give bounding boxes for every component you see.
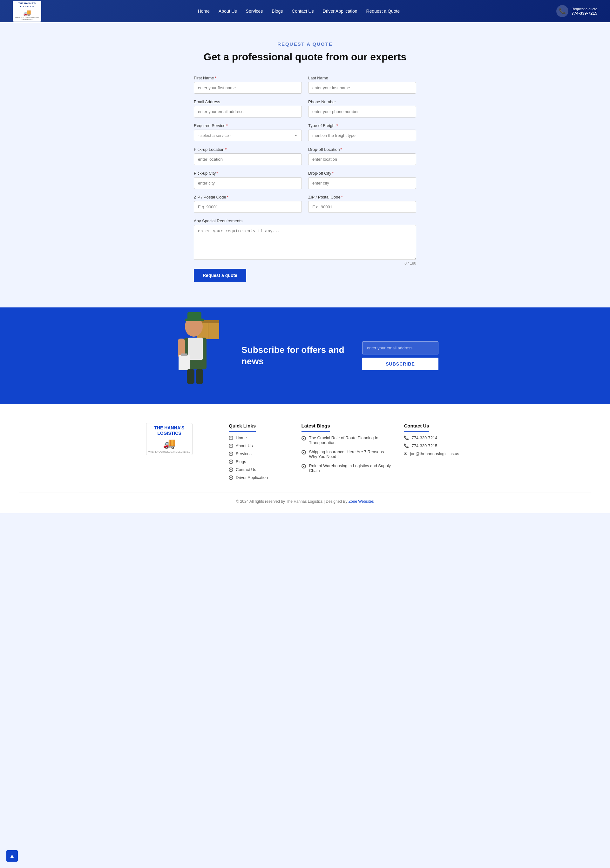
footer-blog-item-1[interactable]: ● Shipping Insurance: Here Are 7 Reasons…	[301, 450, 391, 459]
right-leg	[196, 369, 203, 384]
nav-request-quote[interactable]: Request a Quote	[366, 9, 400, 14]
nav-home[interactable]: Home	[198, 9, 210, 14]
pickup-city-group: Pick-up City*	[194, 171, 302, 189]
subscribe-title: Subscribe for offers and news	[241, 344, 349, 367]
service-label: Required Service*	[194, 123, 302, 128]
first-name-label: First Name*	[194, 76, 302, 81]
subscribe-email-input[interactable]	[362, 341, 438, 355]
dropoff-location-label: Drop-off Location*	[308, 147, 416, 152]
footer-link-home-anchor[interactable]: Home	[236, 436, 247, 440]
blog-bullet-icon: ●	[301, 450, 306, 454]
pickup-location-group: Pick-up Location*	[194, 147, 302, 165]
footer-contact-phone1: 📞 774-339-7214	[404, 436, 464, 440]
service-group: Required Service* - select a service - F…	[194, 123, 302, 141]
navbar-phone: 📞 Request a quote 774-339-7215	[556, 5, 597, 17]
form-row-names: First Name* Last Name	[194, 76, 416, 94]
clipboard	[178, 355, 190, 370]
section-title: Get a professional quote from our expert…	[6, 51, 604, 63]
first-name-group: First Name*	[194, 76, 302, 94]
footer-link-contact[interactable]: ● Contact Us	[229, 467, 289, 472]
footer-blogs-title: Latest Blogs	[301, 423, 330, 432]
phone-label: Phone Number	[308, 99, 416, 104]
footer-contact-column: Contact Us 📞 774-339-7214 📞 774-339-7215…	[404, 423, 464, 480]
footer-link-blogs[interactable]: ● Blogs	[229, 459, 289, 464]
footer-link-contact-anchor[interactable]: Contact Us	[236, 467, 256, 472]
footer-logo-name2: LOGISTICS	[157, 431, 181, 436]
freight-label: Type of Freight*	[308, 123, 416, 128]
footer-link-home[interactable]: ● Home	[229, 436, 289, 440]
footer-link-about[interactable]: ● About Us	[229, 443, 289, 448]
bullet-icon: ●	[229, 468, 233, 472]
footer-blog-item-2[interactable]: ● Role of Warehousing in Logistics and S…	[301, 463, 391, 473]
footer-quick-links-title: Quick Links	[229, 423, 256, 432]
footer-bottom: © 2024 All rights reserved by The Hannas…	[19, 493, 591, 504]
last-name-input[interactable]	[308, 82, 416, 94]
footer-phone2-text: 774-339-7215	[411, 443, 437, 448]
main-content: REQUEST A QUOTE Get a professional quote…	[0, 22, 610, 307]
bullet-icon: ●	[229, 436, 233, 440]
dropoff-city-input[interactable]	[308, 177, 416, 189]
truck-icon: 🚚	[23, 9, 31, 17]
footer-link-services[interactable]: ● Services	[229, 451, 289, 456]
phone-group: Phone Number	[308, 99, 416, 118]
left-leg	[187, 369, 194, 384]
email-group: Email Address	[194, 99, 302, 118]
subscribe-button[interactable]: SUBSCRIBE	[362, 358, 438, 370]
freight-input[interactable]	[308, 130, 416, 141]
email-label: Email Address	[194, 99, 302, 104]
bullet-icon: ●	[229, 452, 233, 456]
footer-link-about-anchor[interactable]: About Us	[236, 443, 253, 448]
shirt	[188, 338, 203, 360]
pickup-zip-input[interactable]	[194, 201, 302, 213]
bullet-icon: ●	[229, 476, 233, 480]
requirements-label: Any Special Requirements	[194, 219, 416, 223]
submit-button[interactable]: Request a quote	[194, 269, 246, 282]
clipboard-clip	[181, 353, 188, 356]
dropoff-location-input[interactable]	[308, 153, 416, 165]
phone-icon-1: 📞	[404, 436, 409, 440]
quote-form: First Name* Last Name Email Address Phon…	[194, 76, 416, 282]
phone-input[interactable]	[308, 106, 416, 118]
footer-logo-column: THE HANNA'S LOGISTICS 🚚 WHERE YOUR NEEDS…	[146, 423, 216, 480]
footer-contact-email: ✉ joe@thehannaslogistics.us	[404, 451, 464, 456]
footer-link-driver-anchor[interactable]: Driver Application	[236, 475, 268, 480]
nav-driver[interactable]: Driver Application	[323, 9, 357, 14]
logo-box: THE HANNA'S LOGISTICS 🚚 WHERE YOUR NEEDS…	[13, 1, 41, 21]
footer-link-blogs-anchor[interactable]: Blogs	[236, 459, 246, 464]
phone-label: Request a quote	[571, 7, 597, 11]
navbar: THE HANNA'S LOGISTICS 🚚 WHERE YOUR NEEDS…	[0, 0, 610, 22]
email-input[interactable]	[194, 106, 302, 118]
requirements-textarea[interactable]	[194, 225, 416, 260]
nav-services[interactable]: Services	[246, 9, 263, 14]
footer-quick-links-list: ● Home ● About Us ● Services ● Blogs ●	[229, 436, 289, 480]
delivery-person-illustration	[172, 307, 229, 385]
pickup-location-input[interactable]	[194, 153, 302, 165]
logo-tagline: WHERE YOUR NEEDS ARE DELIVERED	[15, 17, 39, 20]
footer-contact-title: Contact Us	[404, 423, 429, 432]
hat-top	[188, 312, 202, 320]
designer-link[interactable]: Zone Websites	[349, 499, 374, 504]
dropoff-zip-label: ZIP / Postal Code*	[308, 195, 416, 200]
bullet-icon: ●	[229, 460, 233, 464]
nav-about[interactable]: About Us	[219, 9, 237, 14]
freight-group: Type of Freight*	[308, 123, 416, 141]
nav-contact[interactable]: Contact Us	[292, 9, 314, 14]
footer-email-text: joe@thehannaslogistics.us	[410, 451, 459, 456]
pickup-zip-group: ZIP / Postal Code*	[194, 195, 302, 213]
dropoff-zip-input[interactable]	[308, 201, 416, 213]
copyright-text: © 2024 All rights reserved by The Hannas…	[236, 499, 347, 504]
footer-link-driver[interactable]: ● Driver Application	[229, 475, 289, 480]
footer: THE HANNA'S LOGISTICS 🚚 WHERE YOUR NEEDS…	[0, 404, 610, 513]
footer-logo-box: THE HANNA'S LOGISTICS 🚚 WHERE YOUR NEEDS…	[146, 423, 192, 455]
footer-logo-name1: THE HANNA'S	[154, 425, 184, 431]
pickup-zip-label: ZIP / Postal Code*	[194, 195, 302, 200]
footer-contact-list: 📞 774-339-7214 📞 774-339-7215 ✉ joe@theh…	[404, 436, 464, 456]
pickup-city-input[interactable]	[194, 177, 302, 189]
service-select[interactable]: - select a service - Freight Shipping Lo…	[194, 130, 302, 141]
footer-blog-item-0[interactable]: ● The Crucial Role of Route Planning In …	[301, 436, 391, 445]
phone-icon-2: 📞	[404, 443, 409, 448]
footer-link-services-anchor[interactable]: Services	[236, 451, 251, 456]
nav-blogs[interactable]: Blogs	[272, 9, 283, 14]
first-name-input[interactable]	[194, 82, 302, 94]
dropoff-zip-group: ZIP / Postal Code*	[308, 195, 416, 213]
